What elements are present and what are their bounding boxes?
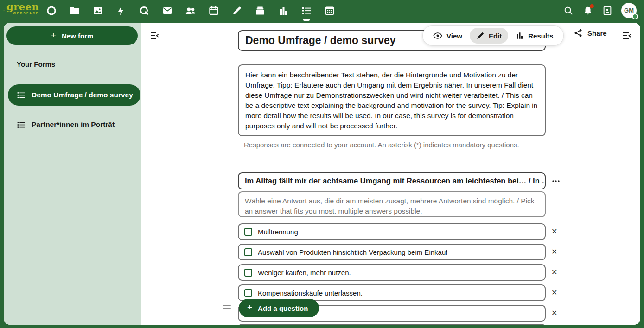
mandatory-note: Responses are connected to your account.… [244,141,519,149]
question-title-input[interactable]: Im Alltag fällt mir der achtsame Umgang … [238,172,546,189]
app-frame: + New form Your Forms Demo Umfrage / dem… [0,21,644,328]
delete-option-icon[interactable]: ✕ [551,269,557,276]
forms-list-icon[interactable] [301,4,312,17]
checkbox-icon[interactable] [244,289,252,297]
avatar-initials: GM [624,7,634,14]
sidebar-item-partnerinnen[interactable]: Partner*innen im Porträt [8,114,140,135]
edit-label: Edit [489,32,502,40]
delete-option-icon[interactable]: ✕ [551,309,557,317]
drag-handle-icon[interactable] [223,305,231,309]
photos-icon[interactable] [92,4,103,17]
deck-stack-icon[interactable] [255,4,266,17]
contacts-menu-icon[interactable] [602,5,613,16]
collapse-left-sidebar-icon[interactable] [151,32,159,39]
share-icon [574,28,583,38]
files-folder-icon[interactable] [69,4,80,17]
answer-option-row: Mülltrennung ✕ [238,223,565,240]
barchart-icon [516,32,524,40]
form-description-input[interactable]: Hier kann ein beschreibender Text stehen… [238,64,546,136]
answer-option-label: Auswahl von Produkten hinsichtlich Verpa… [258,248,447,256]
app-content: + New form Your Forms Demo Umfrage / dem… [4,23,640,325]
magnifier-app-icon[interactable] [139,4,150,17]
forms-active-indicator [303,19,310,21]
sidebar-item-label: Partner*innen im Porträt [32,120,115,129]
checkbox-icon[interactable] [244,228,252,236]
topbar: : green WEBSPACE [0,0,644,21]
form-list-icon [17,120,26,129]
sidebar-item-demo-umfrage[interactable]: Demo Umfrage / demo survey [8,84,140,106]
new-form-button[interactable]: + New form [6,26,138,45]
plus-icon: + [247,303,252,313]
user-status-dot [632,13,638,19]
eye-icon [433,31,442,40]
answer-option-row: Weniger kaufen, mehr nutzen. ✕ [238,264,565,281]
answer-option-input[interactable]: Auswahl von Produkten hinsichtlich Verpa… [238,244,546,260]
add-question-label: Add a question [258,304,308,312]
delete-option-icon[interactable]: ✕ [551,228,557,235]
answer-option-label: Kompensationskäufe unterlassen. [258,289,363,297]
analytics-barchart-icon[interactable] [278,4,289,17]
form-list-icon [17,91,26,100]
answer-option-row: Auswahl von Produkten hinsichtlich Verpa… [238,244,565,260]
logo[interactable]: : green WEBSPACE [6,2,39,15]
view-label: View [446,32,462,40]
main-panel: Demo Umfrage / demo survey View Edit Res… [141,23,640,325]
answer-option-label: Weniger kaufen, mehr nutzen. [258,269,351,277]
notifications-bell-icon[interactable] [582,5,593,16]
notes-pencil-icon[interactable] [231,4,242,17]
app-navigation [46,0,335,21]
checkbox-icon[interactable] [244,248,252,256]
add-question-button[interactable]: + Add a question [239,299,319,317]
tables-grid-icon[interactable] [324,4,335,17]
search-icon[interactable] [563,5,574,16]
your-forms-caption: Your Forms [17,60,55,68]
topbar-right: GM [563,0,637,21]
mode-switcher: View Edit Results [422,25,564,46]
delete-option-icon[interactable]: ✕ [551,289,557,296]
mail-icon[interactable] [162,4,173,17]
calendar-icon[interactable] [208,4,219,17]
logo-text: green [6,2,39,12]
new-form-label: New form [62,32,93,40]
results-button[interactable]: Results [509,28,560,44]
results-label: Results [528,32,553,40]
contacts-people-icon[interactable] [185,4,196,17]
share-button[interactable]: Share [574,28,607,38]
view-button[interactable]: View [427,27,469,44]
dashboard-icon[interactable] [46,4,57,17]
activity-lightning-icon[interactable] [115,4,127,17]
pencil-icon [476,32,485,40]
sidebar-item-label: Demo Umfrage / demo survey [32,91,133,99]
sidebar: + New form Your Forms Demo Umfrage / dem… [4,23,141,325]
avatar[interactable]: GM [621,3,637,18]
collapse-right-sidebar-icon[interactable] [623,32,631,39]
notification-badge [590,4,594,8]
checkbox-icon[interactable] [244,269,252,277]
share-label: Share [587,29,607,37]
edit-button[interactable]: Edit [470,28,508,44]
logo-leaf-icon: : [3,6,5,12]
answer-option-label: Mülltrennung [258,228,298,236]
next-element-partial [238,324,546,325]
plus-icon: + [51,30,56,40]
question-menu-icon[interactable] [550,176,561,187]
answer-option-input[interactable]: Mülltrennung [238,223,546,240]
question-description-input[interactable]: Wähle eine Antwort aus, die dir am meist… [238,191,546,217]
delete-option-icon[interactable]: ✕ [551,248,557,256]
answer-option-input[interactable]: Weniger kaufen, mehr nutzen. [238,264,546,281]
